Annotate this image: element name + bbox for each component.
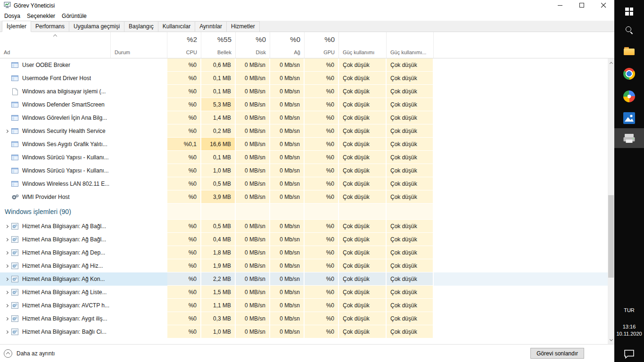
- power-cell: Çok düşük: [339, 190, 387, 204]
- process-row[interactable]: Hizmet Ana Bilgisayarı: Aygıt iliş...%00…: [0, 312, 614, 325]
- row-filler: [434, 204, 614, 220]
- end-task-button[interactable]: Görevi sonlandır: [530, 348, 584, 359]
- taskbar-google-app-button[interactable]: [614, 87, 644, 106]
- menu-item-file[interactable]: Dosya: [1, 13, 24, 19]
- status-cell: [111, 138, 167, 151]
- process-name-cell: Hizmet Ana Bilgisayarı: Bağlı Ci...: [0, 325, 111, 338]
- process-row[interactable]: Hizmet Ana Bilgisayarı: Ağ Bağl...%00,4 …: [0, 233, 614, 246]
- process-name: Usermode Font Driver Host: [22, 75, 91, 82]
- expand-chevron-icon[interactable]: [2, 278, 11, 280]
- power-cell: Çok düşük: [339, 58, 387, 72]
- expand-chevron-icon[interactable]: [2, 304, 11, 307]
- column-header-memory[interactable]: %55 Bellek: [201, 32, 236, 58]
- maximize-button[interactable]: [571, 0, 593, 11]
- scroll-up-arrow-icon[interactable]: [608, 59, 614, 66]
- process-row[interactable]: Windows ana bilgisayar işlemi (...%00,1 …: [0, 85, 614, 98]
- process-row[interactable]: Windows Ses Aygıtı Grafik Yalıtı...%0,11…: [0, 138, 614, 151]
- disk-cell: 0 MB/sn: [236, 325, 270, 338]
- process-name-cell: Windows Defender SmartScreen: [0, 98, 111, 111]
- gpu-total: %0: [324, 35, 335, 43]
- process-row[interactable]: Windows Security Health Service%00,2 MB0…: [0, 124, 614, 138]
- tab-app-history[interactable]: Uygulama geçmişi: [69, 21, 124, 32]
- tab-details[interactable]: Ayrıntılar: [195, 21, 227, 32]
- language-indicator[interactable]: TUR: [614, 307, 644, 313]
- process-row[interactable]: Hizmet Ana Bilgisayarı: Ağ Dep...%01,8 M…: [0, 246, 614, 259]
- process-row[interactable]: Windows Görevleri İçin Ana Bilg...%01,4 …: [0, 111, 614, 124]
- taskbar-active-app-button[interactable]: [614, 128, 644, 148]
- expand-chevron-icon[interactable]: [2, 252, 11, 254]
- process-row[interactable]: Hizmet Ana Bilgisayarı: AVCTP h...%01,1 …: [0, 299, 614, 312]
- menu-item-view[interactable]: Görüntüle: [58, 13, 90, 19]
- expand-chevron-icon[interactable]: [2, 239, 11, 241]
- column-header-cpu[interactable]: %2 CPU: [167, 32, 201, 58]
- process-row[interactable]: Windows Wireless LAN 802.11 E...%00,5 MB…: [0, 177, 614, 190]
- tab-services[interactable]: Hizmetler: [226, 21, 260, 32]
- expand-chevron-icon[interactable]: [2, 291, 11, 294]
- expand-chevron-icon[interactable]: [2, 225, 11, 228]
- scroll-down-arrow-icon[interactable]: [608, 336, 614, 344]
- tab-performance[interactable]: Performans: [31, 21, 69, 32]
- taskbar-file-explorer-button[interactable]: [614, 41, 644, 60]
- close-button[interactable]: [593, 0, 614, 11]
- status-cell: [111, 151, 167, 164]
- expand-chevron-icon[interactable]: [2, 130, 11, 132]
- clock-date: 10.11.2020: [614, 330, 644, 337]
- column-header-status[interactable]: Durum: [111, 32, 167, 58]
- column-header-network[interactable]: %0 Ağ: [270, 32, 305, 58]
- menu-item-options[interactable]: Seçenekler: [24, 13, 58, 19]
- tab-startup[interactable]: Başlangıç: [124, 21, 158, 32]
- cpu-cell: %0: [167, 299, 201, 312]
- memory-cell: 0,2 MB: [201, 124, 236, 138]
- column-header-disk[interactable]: %0 Disk: [236, 32, 270, 58]
- start-button[interactable]: [614, 2, 644, 21]
- network-cell: 0 Mb/sn: [270, 72, 305, 85]
- gpu-cell: %0: [305, 233, 339, 246]
- column-header-power-trend[interactable]: Güç kullanımı...: [387, 32, 434, 58]
- column-header-gpu[interactable]: %0 GPU: [305, 32, 339, 58]
- tab-users[interactable]: Kullanıcılar: [158, 21, 195, 32]
- tab-processes[interactable]: İşlemler: [2, 21, 31, 32]
- gpu-cell: %0: [305, 151, 339, 164]
- memory-cell: 1,9 MB: [201, 259, 236, 272]
- process-row[interactable]: Hizmet Ana Bilgisayarı: Ağ Liste...%01,5…: [0, 286, 614, 299]
- expand-chevron-icon[interactable]: [2, 318, 11, 320]
- memory-cell: 1,1 MB: [201, 299, 236, 312]
- chevron-up-circle-icon: [4, 349, 12, 358]
- cpu-cell: %0: [167, 312, 201, 325]
- taskbar-search-button[interactable]: [614, 21, 644, 40]
- process-row[interactable]: Usermode Font Driver Host%00,1 MB0 MB/sn…: [0, 72, 614, 85]
- process-row[interactable]: Hizmet Ana Bilgisayarı: Bağlı Ci...%01,0…: [0, 325, 614, 338]
- row-filler: [434, 164, 614, 177]
- network-cell: 0 Mb/sn: [270, 286, 305, 299]
- power-trend-cell: Çok düşük: [387, 98, 434, 111]
- process-row[interactable]: Hizmet Ana Bilgisayarı: Ağ Hiz...%01,9 M…: [0, 259, 614, 272]
- minimize-button[interactable]: [549, 0, 571, 11]
- process-row[interactable]: Windows Sürücü Yapısı - Kullanı...%01,0 …: [0, 164, 614, 177]
- notifications-button[interactable]: [614, 349, 644, 359]
- taskbar-photos-button[interactable]: [614, 108, 644, 127]
- process-group-header[interactable]: Windows işlemleri (90): [0, 204, 614, 220]
- expand-chevron-icon[interactable]: [2, 331, 11, 333]
- row-filler: [434, 151, 614, 164]
- process-row[interactable]: Windows Sürücü Yapısı - Kullanı...%00,1 …: [0, 151, 614, 164]
- process-row[interactable]: WMI Provider Host%03,9 MB0 MB/sn0 Mb/sn%…: [0, 190, 614, 204]
- process-row[interactable]: Windows Defender SmartScreen%05,3 MB0 MB…: [0, 98, 614, 111]
- column-header-power[interactable]: Güç kullanımı: [339, 32, 387, 58]
- process-row[interactable]: Hizmet Ana Bilgisayarı: Ağ Kon...%02,2 M…: [0, 272, 614, 286]
- status-cell: [111, 124, 167, 138]
- taskbar-chrome-button[interactable]: [614, 64, 644, 83]
- process-row[interactable]: Hizmet Ana Bilgisayarı: Ağ Bağl...%00,5 …: [0, 220, 614, 233]
- process-name: Hizmet Ana Bilgisayarı: Ağ Dep...: [22, 249, 105, 256]
- scrollbar-thumb[interactable]: [608, 195, 614, 278]
- vertical-scrollbar[interactable]: [608, 58, 614, 344]
- network-cell: 0 Mb/sn: [270, 177, 305, 190]
- process-name: Hizmet Ana Bilgisayarı: Aygıt iliş...: [22, 315, 107, 322]
- expand-chevron-icon[interactable]: [2, 265, 11, 267]
- disk-cell: 0 MB/sn: [236, 190, 270, 204]
- column-header-name[interactable]: Ad: [0, 32, 111, 58]
- gpu-cell: %0: [305, 111, 339, 124]
- fewer-details-toggle[interactable]: Daha az ayrıntı: [4, 349, 55, 358]
- power-trend-cell: Çok düşük: [387, 286, 434, 299]
- taskbar-clock[interactable]: 13:16 10.11.2020: [614, 323, 644, 337]
- process-row[interactable]: User OOBE Broker%00,6 MB0 MB/sn0 Mb/sn%0…: [0, 58, 614, 72]
